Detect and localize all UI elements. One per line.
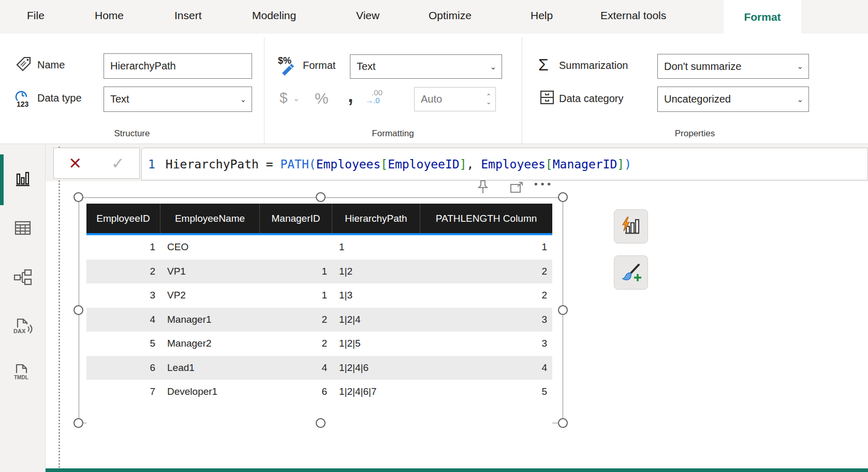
group-label-properties: Properties bbox=[522, 128, 868, 142]
formula-token: HierarchyPath bbox=[166, 158, 259, 171]
cancel-formula-button[interactable]: ✕ bbox=[68, 154, 82, 173]
table-cell: 4 bbox=[420, 356, 552, 380]
formula-token: ] bbox=[617, 158, 624, 171]
chevron-down-icon: ⌄ bbox=[797, 95, 803, 104]
sidebar-item-report-view[interactable] bbox=[0, 161, 46, 198]
format-select[interactable]: Text ⌄ bbox=[350, 54, 502, 79]
resize-handle-bottom-middle[interactable] bbox=[316, 418, 326, 428]
data-category-select[interactable]: Uncategorized ⌄ bbox=[657, 87, 809, 112]
table-row: 1CEO11 bbox=[86, 235, 552, 260]
table-cell: 2 bbox=[86, 260, 160, 284]
table-cell: 1|2|4|6|7 bbox=[332, 380, 420, 404]
menu-item-external-tools[interactable]: External tools bbox=[600, 9, 666, 22]
sidebar-item-model-view[interactable] bbox=[0, 259, 46, 296]
column-header-hierarchypath[interactable]: HierarchyPath bbox=[332, 204, 420, 233]
name-input[interactable] bbox=[104, 53, 252, 79]
format-value: Text bbox=[357, 61, 376, 73]
resize-handle-bottom-left[interactable] bbox=[73, 418, 83, 428]
formula-token: ] bbox=[460, 158, 467, 171]
resize-handle-middle-right[interactable] bbox=[558, 305, 568, 315]
resize-handle-middle-left[interactable] bbox=[73, 305, 83, 315]
currency-chevron-icon[interactable]: ⌄ bbox=[293, 94, 300, 103]
column-header-managerid[interactable]: ManagerID bbox=[260, 204, 332, 233]
resize-handle-top-middle[interactable] bbox=[316, 192, 326, 202]
formula-token: , bbox=[467, 158, 481, 171]
table-row: 5Manager221|2|53 bbox=[86, 332, 552, 356]
formula-token: ) bbox=[624, 158, 631, 171]
formula-token: EmployeeID bbox=[388, 158, 459, 171]
table-cell: Manager2 bbox=[160, 332, 260, 356]
percent-format-icon[interactable]: % bbox=[315, 90, 329, 107]
formula-token: Employees bbox=[481, 158, 546, 171]
menu-item-insert[interactable]: Insert bbox=[174, 9, 202, 22]
column-header-employeename[interactable]: EmployeeName bbox=[160, 204, 260, 233]
svg-text:$%: $% bbox=[278, 55, 291, 66]
menu-item-view[interactable]: View bbox=[356, 9, 379, 22]
menu-item-modeling[interactable]: Modeling bbox=[252, 9, 296, 22]
table-cell: 4 bbox=[260, 356, 332, 380]
resize-handle-top-left[interactable] bbox=[73, 192, 83, 202]
formula-text: HierarchyPath = PATH(Employees[EmployeeI… bbox=[166, 158, 631, 171]
table-row: 7Developer161|2|4|6|75 bbox=[86, 380, 552, 404]
formula-token: = bbox=[259, 158, 281, 171]
spinner-arrows[interactable]: ⌃⌄ bbox=[486, 94, 491, 105]
thousands-separator-icon[interactable]: , bbox=[348, 84, 354, 107]
dax-icon-label: DAX bbox=[13, 328, 26, 334]
menu-item-format-active[interactable]: Format bbox=[724, 0, 801, 34]
decimal-places-field: ⌃⌄ bbox=[414, 87, 496, 111]
table-cell: 1 bbox=[86, 235, 160, 260]
data-type-value: Text bbox=[110, 93, 129, 105]
formula-token: Employees bbox=[316, 158, 381, 171]
ribbon-group-divider bbox=[264, 37, 264, 144]
summarization-label: Summarization bbox=[559, 60, 628, 71]
table-cell: 6 bbox=[260, 380, 332, 404]
chevron-down-icon: ⌄ bbox=[240, 95, 246, 104]
data-type-select[interactable]: Text ⌄ bbox=[104, 87, 252, 112]
report-view-icon bbox=[13, 170, 32, 189]
column-header-pathlength-column[interactable]: PATHLENGTH Column bbox=[420, 204, 552, 233]
summarization-value: Don't summarize bbox=[664, 61, 741, 73]
tmdl-view-icon: TMDL bbox=[12, 362, 33, 382]
focus-mode-icon[interactable] bbox=[509, 181, 524, 195]
dax-query-view-icon: DAX bbox=[12, 316, 33, 337]
table-cell: VP1 bbox=[160, 260, 260, 284]
name-label: Name bbox=[37, 59, 65, 71]
column-header-employeeid[interactable]: EmployeeID bbox=[86, 204, 160, 233]
menu-item-optimize[interactable]: Optimize bbox=[429, 9, 472, 22]
summarization-select[interactable]: Don't summarize ⌄ bbox=[657, 54, 809, 79]
formula-input[interactable]: 1 HierarchyPath = PATH(Employees[Employe… bbox=[141, 148, 868, 180]
table-cell: 3 bbox=[86, 283, 160, 308]
commit-formula-button[interactable]: ✓ bbox=[111, 154, 125, 173]
format-brush-add-icon bbox=[620, 262, 642, 283]
sigma-icon: Σ bbox=[538, 55, 549, 75]
quick-create-visual-button[interactable] bbox=[614, 209, 648, 244]
quick-visual-icon bbox=[621, 216, 641, 237]
decimal-places-input[interactable] bbox=[415, 93, 472, 105]
formula-line-number: 1 bbox=[148, 158, 155, 171]
ribbon-group-divider bbox=[522, 37, 522, 144]
data-type-label: Data type bbox=[37, 92, 82, 104]
sidebar-item-table-view[interactable] bbox=[0, 209, 46, 247]
view-switcher-sidebar: DAX TMDL bbox=[0, 144, 46, 472]
format-icon: $% bbox=[277, 54, 299, 76]
pin-visual-icon[interactable] bbox=[476, 179, 490, 196]
table-view-icon bbox=[13, 219, 32, 237]
menu-item-home[interactable]: Home bbox=[95, 9, 124, 22]
name-tag-icon bbox=[14, 55, 33, 74]
table-cell: Lead1 bbox=[160, 356, 260, 380]
decimal-places-icon[interactable]: .00 →.0 bbox=[365, 89, 382, 104]
resize-handle-top-right[interactable] bbox=[558, 192, 568, 202]
sidebar-item-tmdl-view[interactable]: TMDL bbox=[0, 353, 46, 391]
format-visual-button[interactable] bbox=[614, 255, 648, 290]
resize-handle-bottom-right[interactable] bbox=[558, 418, 568, 428]
table-cell: Manager1 bbox=[160, 308, 260, 332]
menu-item-help[interactable]: Help bbox=[531, 9, 553, 22]
table-cell: 1|2|5 bbox=[332, 332, 420, 356]
sidebar-item-dax-query-view[interactable]: DAX bbox=[0, 308, 46, 345]
currency-format-icon[interactable]: $ bbox=[279, 90, 288, 106]
menu-item-file[interactable]: File bbox=[27, 9, 45, 22]
formula-token: [ bbox=[380, 158, 388, 171]
table-body: 1CEO112VP111|223VP211|324Manager121|2|43… bbox=[86, 235, 552, 404]
data-type-icon: 123 bbox=[12, 88, 33, 108]
table-visual[interactable]: EmployeeIDEmployeeNameManagerIDHierarchy… bbox=[86, 204, 552, 423]
